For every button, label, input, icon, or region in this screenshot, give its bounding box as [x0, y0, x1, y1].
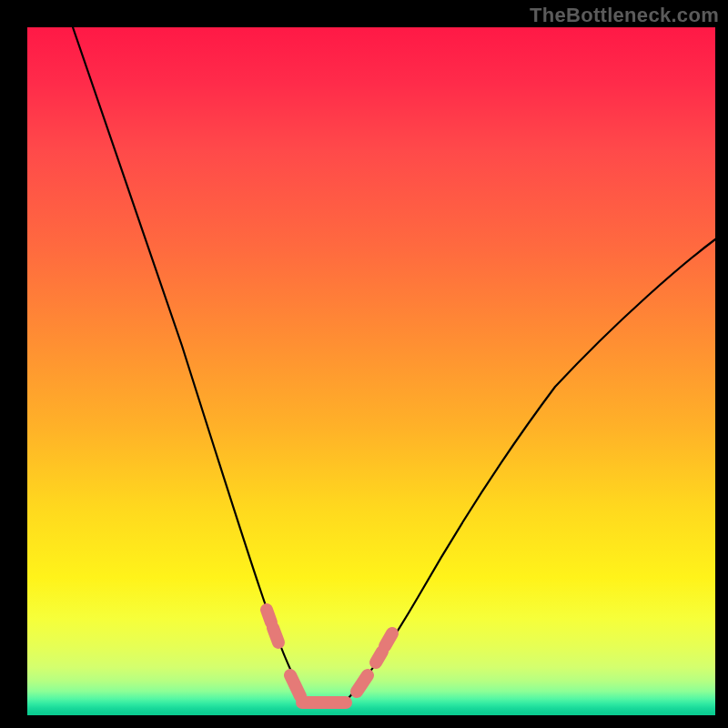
highlight-right-upper-b — [385, 633, 392, 646]
highlight-left-upper-a — [267, 610, 271, 622]
plot-area — [27, 27, 715, 715]
highlight-right-lower — [357, 675, 368, 692]
watermark-text: TheBottleneck.com — [530, 4, 719, 27]
bottleneck-curve — [73, 27, 715, 706]
highlight-left-upper-b — [273, 628, 278, 642]
highlight-left-lower — [290, 675, 300, 696]
chart-stage: TheBottleneck.com — [0, 0, 728, 728]
highlight-right-upper-a — [376, 652, 382, 662]
curve-layer-svg — [27, 27, 715, 715]
